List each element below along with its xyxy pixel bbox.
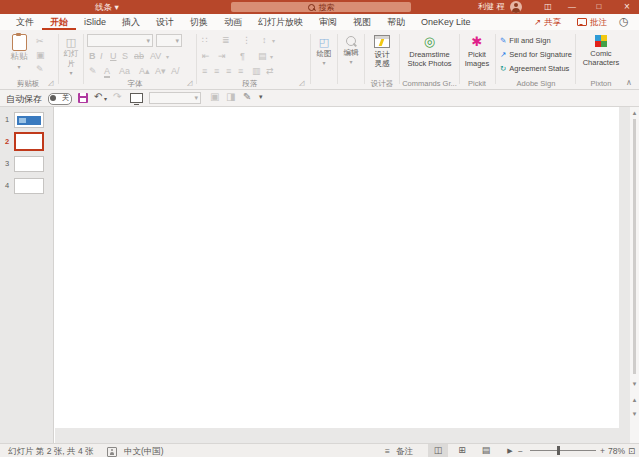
- text-highlight-button[interactable]: ✎: [89, 66, 97, 76]
- cut-button[interactable]: ✂: [36, 36, 44, 46]
- maximize-button[interactable]: □: [589, 0, 609, 14]
- align-left-button[interactable]: ≡: [202, 66, 207, 76]
- justify-button[interactable]: ≡: [238, 66, 243, 76]
- document-title[interactable]: 线条 ▾: [95, 0, 119, 14]
- align-center-button[interactable]: ≡: [214, 66, 219, 76]
- undo-button[interactable]: ↶: [94, 91, 102, 103]
- zoom-slider-thumb[interactable]: [557, 446, 560, 455]
- text-direction-button[interactable]: ¶: [240, 51, 245, 61]
- zoom-slider-track[interactable]: [530, 450, 596, 451]
- collapse-ribbon-button[interactable]: ∧: [626, 78, 632, 87]
- ribbon-display-options-icon[interactable]: ◫: [538, 0, 558, 14]
- previous-slide-button[interactable]: ▴: [630, 395, 639, 404]
- send-for-signature-button[interactable]: ↗ Send for Signature: [500, 50, 572, 59]
- bring-forward-button[interactable]: ▣: [210, 91, 219, 103]
- text-shadow-button[interactable]: S: [122, 51, 128, 61]
- line-spacing-button[interactable]: ↕: [262, 35, 267, 45]
- paste-button[interactable]: 粘贴 ▾: [6, 34, 32, 70]
- vertical-scrollbar[interactable]: ▴ ▾ ▴ ▾: [630, 107, 639, 443]
- slide-canvas[interactable]: [55, 107, 619, 428]
- fit-to-window-button[interactable]: ⊡: [628, 445, 635, 457]
- align-text-button[interactable]: ▤: [258, 51, 267, 61]
- tab-slideshow[interactable]: 幻灯片放映: [250, 14, 311, 30]
- fill-and-sign-button[interactable]: ✎ Fill and Sign: [500, 36, 551, 45]
- font-color-button[interactable]: A: [104, 66, 110, 78]
- tab-view[interactable]: 视图: [345, 14, 379, 30]
- convert-smartart-button[interactable]: ⇄: [266, 66, 274, 76]
- change-case-button[interactable]: Aa: [119, 66, 130, 76]
- copy-button[interactable]: ▣: [36, 50, 45, 60]
- underline-button[interactable]: U: [110, 51, 117, 61]
- comic-characters-button[interactable]: Comic Characters: [578, 35, 624, 67]
- drawing-button[interactable]: ◰ 绘图 ▾: [313, 36, 335, 66]
- zoom-level[interactable]: 78%: [608, 445, 625, 457]
- decrease-font-button[interactable]: A▾: [155, 66, 166, 76]
- design-ideas-button[interactable]: 设计 灵感: [367, 35, 397, 68]
- slide-thumbnail-1[interactable]: [14, 112, 44, 128]
- slideshow-view-button[interactable]: ▶: [500, 444, 520, 457]
- slide-thumbnail-3[interactable]: [14, 156, 44, 172]
- clear-formatting-button[interactable]: A/: [171, 66, 180, 76]
- minimize-button[interactable]: —: [562, 0, 582, 14]
- align-right-button[interactable]: ≡: [226, 66, 231, 76]
- tab-insert[interactable]: 插入: [114, 14, 148, 30]
- tab-help[interactable]: 帮助: [379, 14, 413, 30]
- qat-style-combo[interactable]: ▾: [149, 92, 201, 104]
- scrollbar-thumb[interactable]: [633, 119, 636, 374]
- pickit-images-button[interactable]: ✱ Pickit Images: [461, 35, 493, 68]
- send-backward-button[interactable]: ◨: [226, 91, 235, 103]
- avatar[interactable]: [510, 1, 522, 13]
- next-slide-button[interactable]: ▾: [630, 409, 639, 418]
- character-spacing-button[interactable]: AV: [150, 51, 161, 61]
- start-slideshow-button[interactable]: [130, 93, 143, 103]
- font-size-combo[interactable]: ▾: [156, 34, 182, 47]
- list-level-button[interactable]: ⋮: [242, 35, 251, 45]
- tab-file[interactable]: 文件: [8, 14, 42, 30]
- slide-thumbnail-4[interactable]: [14, 178, 44, 194]
- tab-transitions[interactable]: 切换: [182, 14, 216, 30]
- format-painter-button[interactable]: ✎: [36, 64, 44, 74]
- language-status[interactable]: 中文(中国): [124, 445, 164, 457]
- slide-thumbnail-2-selected[interactable]: [14, 132, 44, 151]
- scroll-up-icon[interactable]: ▴: [630, 108, 639, 117]
- clipboard-dialog-launcher[interactable]: ◿: [48, 79, 53, 87]
- close-button[interactable]: ×: [617, 0, 637, 14]
- scroll-down-icon[interactable]: ▾: [630, 379, 639, 388]
- new-slide-button[interactable]: ◫ 幻灯片 ▾: [60, 36, 82, 76]
- tab-onekey-lite[interactable]: OneKey Lite: [413, 14, 479, 30]
- strikethrough-button[interactable]: ab: [134, 51, 144, 61]
- accessibility-icon[interactable]: [107, 447, 117, 457]
- slide-sorter-view-button[interactable]: ⊞: [452, 444, 472, 457]
- tab-design[interactable]: 设计: [148, 14, 182, 30]
- autosave-toggle[interactable]: 关: [48, 93, 72, 105]
- agreement-status-button[interactable]: ↻ Agreement Status: [500, 64, 569, 73]
- columns-button[interactable]: ▥: [252, 66, 261, 76]
- font-name-combo[interactable]: ▾: [87, 34, 153, 47]
- tab-animations[interactable]: 动画: [216, 14, 250, 30]
- dreamstime-button[interactable]: ◎ Dreamstime Stock Photos: [402, 35, 457, 68]
- share-button[interactable]: ↗ 共享: [534, 14, 561, 30]
- comments-button[interactable]: 批注: [577, 14, 607, 30]
- decrease-indent-button[interactable]: ⇤: [202, 51, 210, 61]
- search-box[interactable]: 搜索: [231, 2, 411, 12]
- customize-qat-button[interactable]: ▾: [259, 91, 263, 103]
- tab-review[interactable]: 审阅: [311, 14, 345, 30]
- paragraph-dialog-launcher[interactable]: ◿: [299, 79, 304, 87]
- editing-button[interactable]: 编辑 ▾: [340, 36, 362, 65]
- zoom-out-button[interactable]: −: [518, 445, 523, 457]
- notes-button[interactable]: 备注: [396, 445, 413, 457]
- reading-view-button[interactable]: ▤: [476, 444, 496, 457]
- bold-button[interactable]: B: [89, 51, 96, 61]
- italic-button[interactable]: I: [100, 51, 103, 61]
- increase-indent-button[interactable]: ⇥: [218, 51, 226, 61]
- zoom-in-button[interactable]: +: [600, 445, 605, 457]
- font-dialog-launcher[interactable]: ◿: [187, 79, 192, 87]
- tab-islide[interactable]: iSlide: [76, 14, 114, 30]
- bullets-button[interactable]: ∷: [202, 35, 208, 45]
- redo-button[interactable]: ↷: [113, 91, 121, 103]
- tab-home[interactable]: 开始: [42, 14, 76, 30]
- numbering-button[interactable]: ≣: [222, 35, 230, 45]
- normal-view-button[interactable]: ◫: [428, 444, 448, 457]
- qat-format-painter-button[interactable]: ✎: [243, 91, 251, 103]
- increase-font-button[interactable]: A▴: [139, 66, 150, 76]
